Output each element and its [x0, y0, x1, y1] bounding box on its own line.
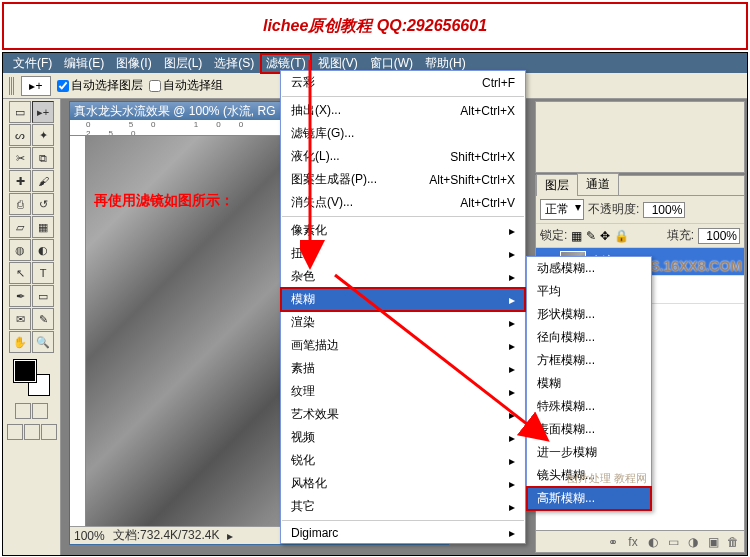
gradient-tool[interactable]: ▦: [32, 216, 54, 238]
path-tool[interactable]: ↖: [9, 262, 31, 284]
sub-average[interactable]: 平均: [527, 280, 651, 303]
brush-tool[interactable]: 🖌: [32, 170, 54, 192]
menu-texture[interactable]: 纹理▸: [281, 380, 525, 403]
lock-trans-icon[interactable]: ▦: [571, 229, 582, 243]
menu-file[interactable]: 文件(F): [7, 55, 58, 72]
crop-tool[interactable]: ✂: [9, 147, 31, 169]
blend-mode-dropdown[interactable]: 正常: [540, 199, 584, 220]
tutorial-banner: lichee原创教程 QQ:292656601: [2, 2, 748, 50]
fx-icon[interactable]: fx: [626, 535, 640, 549]
sub-blur-more[interactable]: 进一步模糊: [527, 441, 651, 464]
quickmask-toggle[interactable]: [15, 403, 48, 419]
menu-distort[interactable]: 扭曲▸: [281, 242, 525, 265]
menu-blur[interactable]: 模糊▸: [281, 288, 525, 311]
menu-stylize[interactable]: 风格化▸: [281, 472, 525, 495]
trash-icon[interactable]: 🗑: [726, 535, 740, 549]
menu-sketch[interactable]: 素描▸: [281, 357, 525, 380]
pen-tool[interactable]: ✒: [9, 285, 31, 307]
lasso-tool[interactable]: ᔕ: [9, 124, 31, 146]
navigator-panel[interactable]: [535, 101, 745, 173]
menu-filter-gallery[interactable]: 滤镜库(G)...: [281, 122, 525, 145]
zoom-level[interactable]: 100%: [74, 529, 105, 543]
menu-help[interactable]: 帮助(H): [419, 55, 472, 72]
menu-pixelate[interactable]: 像素化▸: [281, 219, 525, 242]
blur-tool[interactable]: ◍: [9, 239, 31, 261]
layers-panel-footer: ⚭ fx ◐ ▭ ◑ ▣ 🗑: [536, 530, 744, 552]
eraser-tool[interactable]: ▱: [9, 216, 31, 238]
lock-label: 锁定:: [540, 227, 567, 244]
shape-tool[interactable]: ▭: [32, 285, 54, 307]
menu-last-filter[interactable]: 云彩Ctrl+F: [281, 71, 525, 94]
sub-lens-blur[interactable]: 镜头模糊...: [527, 464, 651, 487]
menu-edit[interactable]: 编辑(E): [58, 55, 110, 72]
menu-render[interactable]: 渲染▸: [281, 311, 525, 334]
menu-layer[interactable]: 图层(L): [158, 55, 209, 72]
grip-icon: [9, 77, 15, 95]
sub-surface-blur[interactable]: 表面模糊...: [527, 418, 651, 441]
opacity-input[interactable]: 100%: [643, 202, 685, 218]
screenmode-toggle[interactable]: [7, 424, 57, 440]
document-title: 真水龙头水流效果 @ 100% (水流, RG: [74, 103, 276, 120]
annotation-text: 再使用滤镜如图所示：: [94, 192, 234, 210]
ruler-vertical: [70, 136, 86, 526]
lock-fill-bar: 锁定: ▦ ✎ ✥ 🔒 填充: 100%: [536, 224, 744, 248]
menu-liquify[interactable]: 液化(L)...Shift+Ctrl+X: [281, 145, 525, 168]
menu-view[interactable]: 视图(V): [312, 55, 364, 72]
doc-size: 文档:732.4K/732.4K: [113, 527, 220, 544]
blur-submenu: 动感模糊... 平均 形状模糊... 径向模糊... 方框模糊... 模糊 特殊…: [526, 256, 652, 511]
marquee-tool[interactable]: ▭: [9, 101, 31, 123]
blend-opacity-bar: 正常 不透明度: 100%: [536, 196, 744, 224]
zoom-tool[interactable]: 🔍: [32, 331, 54, 353]
menu-image[interactable]: 图像(I): [110, 55, 157, 72]
status-arrow-icon[interactable]: ▸: [227, 529, 233, 543]
toolbox: ▭▸+ ᔕ✦ ✂⧉ ✚🖌 ⎙↺ ▱▦ ◍◐ ↖T ✒▭ ✉✎ ✋🔍: [3, 99, 61, 555]
menu-select[interactable]: 选择(S): [208, 55, 260, 72]
stamp-tool[interactable]: ⎙: [9, 193, 31, 215]
lock-pixel-icon[interactable]: ✎: [586, 229, 596, 243]
menu-noise[interactable]: 杂色▸: [281, 265, 525, 288]
menu-brush-strokes[interactable]: 画笔描边▸: [281, 334, 525, 357]
menu-other[interactable]: 其它▸: [281, 495, 525, 518]
menu-window[interactable]: 窗口(W): [364, 55, 419, 72]
tab-layers[interactable]: 图层: [536, 174, 578, 196]
sub-radial-blur[interactable]: 径向模糊...: [527, 326, 651, 349]
menu-sharpen[interactable]: 锐化▸: [281, 449, 525, 472]
auto-select-group-checkbox[interactable]: 自动选择组: [149, 77, 223, 94]
hand-tool[interactable]: ✋: [9, 331, 31, 353]
fill-label: 填充:: [667, 227, 694, 244]
auto-select-layer-checkbox[interactable]: 自动选择图层: [57, 77, 143, 94]
panel-tabs: 图层 通道: [536, 176, 744, 196]
notes-tool[interactable]: ✉: [9, 308, 31, 330]
eyedrop-tool[interactable]: ✎: [32, 308, 54, 330]
menu-vanishing[interactable]: 消失点(V)...Alt+Ctrl+V: [281, 191, 525, 214]
move-tool-indicator[interactable]: ▸+: [21, 76, 51, 96]
tab-channels[interactable]: 通道: [577, 173, 619, 195]
menu-digimarc[interactable]: Digimarc▸: [281, 523, 525, 543]
sub-blur[interactable]: 模糊: [527, 372, 651, 395]
sub-motion-blur[interactable]: 动感模糊...: [527, 257, 651, 280]
fill-input[interactable]: 100%: [698, 228, 740, 244]
color-swatch[interactable]: [14, 360, 50, 396]
menu-artistic[interactable]: 艺术效果▸: [281, 403, 525, 426]
adjust-icon[interactable]: ◑: [686, 535, 700, 549]
history-brush-tool[interactable]: ↺: [32, 193, 54, 215]
heal-tool[interactable]: ✚: [9, 170, 31, 192]
menu-patternmaker[interactable]: 图案生成器(P)...Alt+Shift+Ctrl+X: [281, 168, 525, 191]
folder-icon[interactable]: ▭: [666, 535, 680, 549]
slice-tool[interactable]: ⧉: [32, 147, 54, 169]
newlayer-icon[interactable]: ▣: [706, 535, 720, 549]
menu-video[interactable]: 视频▸: [281, 426, 525, 449]
sub-special-blur[interactable]: 特殊模糊...: [527, 395, 651, 418]
lock-move-icon[interactable]: ✥: [600, 229, 610, 243]
type-tool[interactable]: T: [32, 262, 54, 284]
dodge-tool[interactable]: ◐: [32, 239, 54, 261]
mask-icon[interactable]: ◐: [646, 535, 660, 549]
move-tool[interactable]: ▸+: [32, 101, 54, 123]
wand-tool[interactable]: ✦: [32, 124, 54, 146]
sub-shape-blur[interactable]: 形状模糊...: [527, 303, 651, 326]
sub-box-blur[interactable]: 方框模糊...: [527, 349, 651, 372]
lock-all-icon[interactable]: 🔒: [614, 229, 629, 243]
link-icon[interactable]: ⚭: [606, 535, 620, 549]
menu-extract[interactable]: 抽出(X)...Alt+Ctrl+X: [281, 99, 525, 122]
sub-gaussian-blur[interactable]: 高斯模糊...: [527, 487, 651, 510]
